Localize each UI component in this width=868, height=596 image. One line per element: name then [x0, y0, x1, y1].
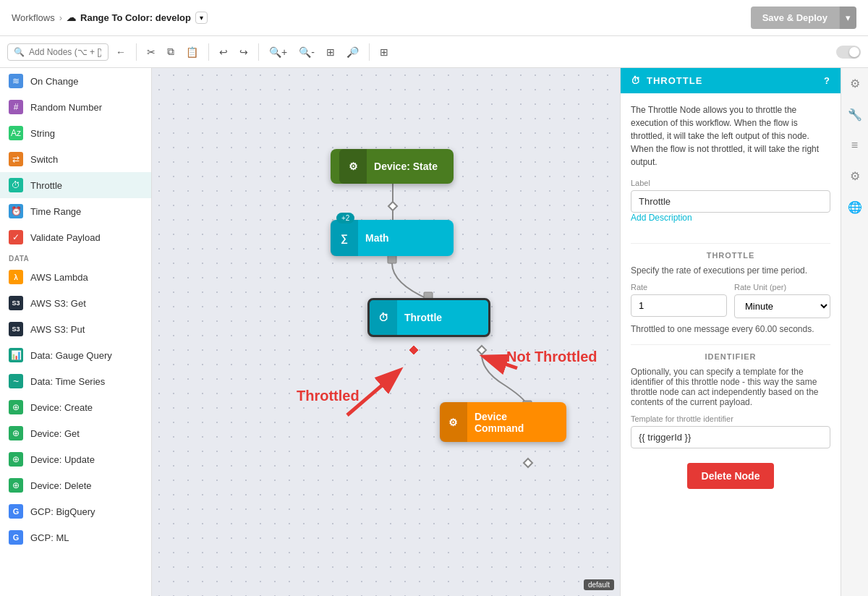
breadcrumb-workflows[interactable]: Workflows — [12, 12, 55, 23]
sidebar-item-aws-s3-put[interactable]: S3 AWS S3: Put — [0, 316, 151, 342]
sidebar-item-device-delete[interactable]: ⊕ Device: Delete — [0, 472, 151, 498]
label-input[interactable] — [631, 190, 830, 213]
add-node-button[interactable]: ⊞ — [375, 43, 393, 61]
back-button[interactable]: ← — [111, 43, 130, 61]
sidebar-item-time-range[interactable]: ⏰ Time Range — [0, 198, 151, 224]
throttle-section-desc: Specify the rate of executions per time … — [631, 265, 830, 276]
sidebar-label-throttle: Throttle — [30, 180, 62, 191]
sidebar-item-device-update[interactable]: ⊕ Device: Update — [0, 446, 151, 472]
main-layout: ≋ On Change # Random Number Az String ⇄ … — [0, 68, 868, 596]
layers-icon-btn[interactable]: ≡ — [848, 136, 861, 155]
canvas[interactable]: ⚙ Device: State +2 ∑ Math ⏱ Throttle ⚙ D… — [152, 68, 620, 596]
sidebar-item-device-get[interactable]: ⊕ Device: Get — [0, 420, 151, 446]
sidebar-item-throttle[interactable]: ⏱ Throttle — [0, 172, 151, 198]
sidebar-label-device-delete: Device: Delete — [30, 480, 92, 491]
save-deploy-group: Save & Deploy ▾ — [751, 7, 856, 29]
tools-icon-btn[interactable]: 🔧 — [845, 105, 865, 124]
config-icon-btn[interactable]: ⚙ — [847, 166, 863, 186]
svg-marker-7 — [524, 459, 532, 467]
right-panel: ⏱ THROTTLE ? The Throttle Node allows yo… — [620, 68, 841, 596]
add-description-link[interactable]: Add Description — [631, 213, 692, 223]
sidebar-item-gcp-ml[interactable]: G GCP: ML — [0, 524, 151, 550]
panel-throttle-icon: ⏱ — [631, 75, 641, 86]
sidebar: ≋ On Change # Random Number Az String ⇄ … — [0, 68, 152, 596]
sidebar-label-aws-s3-get: AWS S3: Get — [30, 298, 86, 309]
device-command-node-label: Device Command — [467, 411, 566, 434]
svg-marker-5 — [477, 346, 486, 354]
sidebar-label-aws-s3-put: AWS S3: Put — [30, 324, 85, 335]
save-deploy-button[interactable]: Save & Deploy — [751, 7, 839, 29]
redo-button[interactable]: ↪ — [235, 43, 252, 61]
zoom-out-button[interactable]: 🔍- — [294, 43, 319, 61]
sidebar-label-device-update: Device: Update — [30, 454, 95, 465]
aws-lambda-icon: λ — [9, 270, 23, 284]
fit-button[interactable]: ⊞ — [322, 43, 339, 61]
device-state-node-icon: ⚙ — [339, 149, 367, 184]
node-throttle[interactable]: ⏱ Throttle — [367, 298, 490, 337]
gcp-ml-icon: G — [9, 530, 23, 545]
node-device-state[interactable]: ⚙ Device: State — [331, 149, 454, 184]
template-label: Template for throttle identifier — [631, 414, 830, 423]
cut-button[interactable]: ✂ — [142, 43, 160, 61]
paste-button[interactable]: 📋 — [182, 43, 203, 61]
sidebar-item-switch[interactable]: ⇄ Switch — [0, 146, 151, 172]
zoom-in-button[interactable]: 🔍+ — [265, 43, 292, 61]
sidebar-label-aws-lambda: AWS Lambda — [30, 272, 88, 283]
globe-icon-btn[interactable]: 🌐 — [845, 197, 865, 217]
rate-unit-label: Rate Unit (per) — [734, 283, 830, 291]
rate-unit-select[interactable]: Second Minute Hour Day — [734, 294, 830, 318]
sidebar-item-aws-lambda[interactable]: λ AWS Lambda — [0, 264, 151, 290]
rate-label: Rate — [631, 283, 727, 291]
panel-header: ⏱ THROTTLE ? — [621, 68, 841, 93]
rate-unit-col: Rate Unit (per) Second Minute Hour Day — [734, 283, 830, 318]
device-get-icon: ⊕ — [9, 426, 23, 440]
sidebar-item-aws-s3-get[interactable]: S3 AWS S3: Get — [0, 290, 151, 316]
workflow-dropdown-btn[interactable]: ▾ — [195, 12, 208, 24]
sidebar-label-device-create: Device: Create — [30, 402, 93, 413]
delete-node-button[interactable]: Delete Node — [687, 463, 775, 489]
sidebar-item-device-create[interactable]: ⊕ Device: Create — [0, 394, 151, 420]
data-gauge-icon: 📊 — [9, 348, 23, 362]
sidebar-item-validate-payload[interactable]: ✓ Validate Payload — [0, 224, 151, 250]
settings-icon-btn[interactable]: ⚙ — [847, 74, 863, 93]
sidebar-item-string[interactable]: Az String — [0, 120, 151, 146]
on-change-icon: ≋ — [9, 74, 23, 88]
sidebar-label-on-change: On Change — [30, 76, 79, 87]
save-deploy-chevron[interactable]: ▾ — [839, 7, 856, 29]
string-icon: Az — [9, 126, 23, 140]
cloud-icon: ☁ — [67, 12, 76, 23]
undo-button[interactable]: ↩ — [215, 43, 232, 61]
throttle-node-icon: ⏱ — [370, 300, 397, 335]
search-input[interactable] — [29, 47, 101, 57]
node-math[interactable]: ∑ Math — [331, 220, 454, 256]
math-node-icon: ∑ — [331, 220, 358, 256]
identifier-desc: Optionally, you can specify a template f… — [631, 367, 830, 407]
aws-s3-put-icon: S3 — [9, 322, 23, 336]
toolbar-divider-1 — [136, 43, 137, 61]
rate-input[interactable] — [631, 294, 727, 317]
sidebar-item-gcp-bigquery[interactable]: G GCP: BigQuery — [0, 498, 151, 524]
random-number-icon: # — [9, 100, 23, 114]
sidebar-item-data-gauge[interactable]: 📊 Data: Gauge Query — [0, 342, 151, 368]
node-device-command[interactable]: ⚙ Device Command — [440, 402, 566, 442]
sidebar-item-on-change[interactable]: ≋ On Change — [0, 68, 151, 94]
workflow-toggle[interactable] — [836, 46, 861, 59]
search-canvas-button[interactable]: 🔎 — [342, 43, 363, 61]
panel-header-left: ⏱ THROTTLE — [631, 75, 702, 86]
panel-help-icon[interactable]: ? — [824, 75, 830, 86]
add-nodes-search[interactable]: 🔍 — [7, 43, 109, 61]
template-input[interactable] — [631, 426, 830, 448]
copy-button[interactable]: ⧉ — [163, 43, 179, 61]
sidebar-label-random-number: Random Number — [30, 102, 102, 113]
right-icons-bar: ⚙ 🔧 ≡ ⚙ 🌐 — [841, 68, 868, 596]
device-state-node-label: Device: State — [367, 161, 445, 172]
switch-icon: ⇄ — [9, 152, 23, 166]
label-field-group: Label — [631, 179, 830, 213]
sidebar-item-data-time[interactable]: ~ Data: Time Series — [0, 368, 151, 394]
workflow-name: Range To Color: develop — [80, 12, 191, 23]
not-throttled-label: Not Throttled — [506, 349, 597, 365]
sidebar-label-gcp-ml: GCP: ML — [30, 532, 69, 543]
sidebar-label-data-gauge: Data: Gauge Query — [30, 350, 112, 361]
sidebar-item-random-number[interactable]: # Random Number — [0, 94, 151, 120]
throttle-icon: ⏱ — [9, 178, 23, 192]
